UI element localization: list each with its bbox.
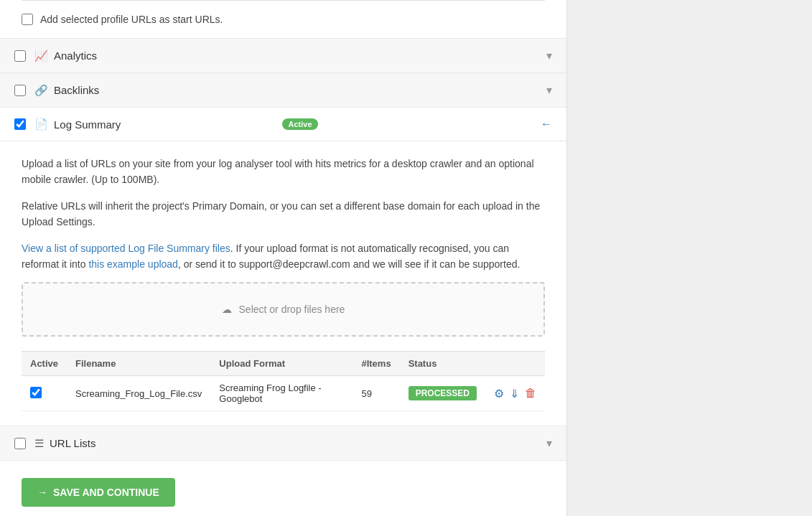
status-badge: PROCESSED: [409, 386, 477, 400]
right-panel: [567, 0, 812, 516]
log-summary-paragraph1: Upload a list of URLs on your site from …: [22, 156, 545, 188]
table-row: Screaming_Frog_Log_File.csv Screaming Fr…: [22, 376, 545, 411]
backlinks-title: Backlinks: [54, 84, 546, 96]
log-summary-paragraph2: Relative URLs will inherit the project's…: [22, 198, 545, 230]
save-button-label: SAVE AND CONTINUE: [53, 487, 159, 498]
analytics-arrow-icon: ▾: [546, 49, 552, 62]
col-active: Active: [22, 352, 67, 376]
save-continue-button[interactable]: → SAVE AND CONTINUE: [22, 478, 175, 507]
profile-urls-row: Add selected profile URLs as start URLs.: [0, 1, 566, 39]
profile-urls-checkbox[interactable]: [22, 14, 33, 25]
action-icons-group: ⚙ ⇓ 🗑: [494, 387, 536, 400]
log-summary-links-paragraph: View a list of supported Log File Summar…: [22, 240, 545, 273]
supported-files-link[interactable]: View a list of supported Log File Summar…: [22, 243, 230, 254]
log-summary-arrow-icon: ←: [541, 118, 552, 131]
log-summary-section-row[interactable]: 📄 Log Summary Active ←: [0, 108, 566, 141]
drop-zone-text: Select or drop files here: [239, 304, 345, 315]
profile-urls-label: Add selected profile URLs as start URLs.: [40, 14, 223, 25]
row-active-checkbox[interactable]: [30, 387, 42, 398]
col-items: #Items: [353, 352, 399, 376]
settings-icon[interactable]: ⚙: [494, 387, 504, 400]
file-table: Active Filename Upload Format #Items Sta…: [22, 351, 545, 411]
log-summary-title: Log Summary: [54, 118, 276, 131]
delete-icon[interactable]: 🗑: [525, 387, 536, 400]
analytics-checkbox[interactable]: [14, 50, 26, 62]
log-summary-icon: 📄: [34, 118, 48, 131]
backlinks-checkbox[interactable]: [14, 85, 26, 96]
url-lists-arrow-icon: ▾: [546, 436, 552, 450]
col-actions: [485, 352, 545, 376]
row-active-cell: [22, 376, 67, 411]
log-summary-checkbox[interactable]: [14, 118, 26, 130]
table-header-row: Active Filename Upload Format #Items Sta…: [22, 352, 545, 376]
example-upload-link[interactable]: this example upload: [88, 258, 178, 270]
col-upload-format: Upload Format: [210, 352, 353, 376]
row-status: PROCESSED: [400, 376, 485, 411]
cloud-upload-icon: ☁: [222, 304, 232, 315]
analytics-section-row[interactable]: 📈 Analytics ▾: [0, 39, 566, 73]
analytics-icon: 📈: [34, 50, 48, 62]
backlinks-arrow-icon: ▾: [546, 83, 552, 97]
url-lists-section-row[interactable]: ☰ URL Lists ▾: [0, 426, 566, 461]
row-items: 59: [353, 376, 399, 411]
row-filename: Screaming_Frog_Log_File.csv: [67, 376, 210, 411]
backlinks-section-row[interactable]: 🔗 Backlinks ▾: [0, 73, 566, 108]
row-upload-format: Screaming Frog Logfile - Googlebot: [210, 376, 353, 411]
save-arrow-icon: →: [37, 487, 47, 498]
analytics-title: Analytics: [54, 50, 546, 62]
url-lists-checkbox[interactable]: [14, 438, 26, 449]
log-summary-content: Upload a list of URLs on your site from …: [0, 141, 566, 426]
backlinks-icon: 🔗: [34, 84, 48, 97]
file-drop-zone[interactable]: ☁ Select or drop files here: [22, 282, 545, 337]
url-lists-icon: ☰: [34, 437, 44, 450]
col-filename: Filename: [67, 352, 210, 376]
row-actions: ⚙ ⇓ 🗑: [485, 376, 545, 411]
col-status: Status: [400, 352, 485, 376]
url-lists-title: URL Lists: [50, 437, 546, 449]
link-suffix-2: , or send it to support@deepcrawl.com an…: [178, 258, 520, 270]
download-icon[interactable]: ⇓: [510, 387, 519, 400]
active-badge: Active: [282, 118, 317, 130]
